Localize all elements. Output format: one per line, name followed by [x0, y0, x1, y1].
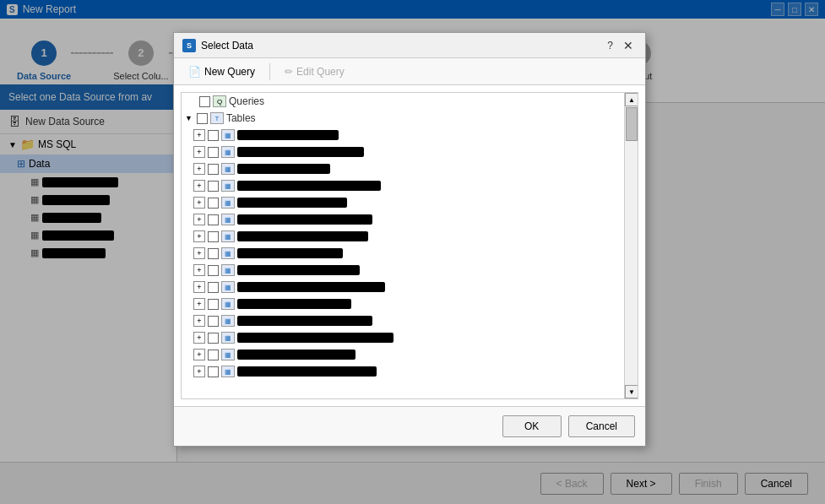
table-checkbox-5[interactable]: [208, 198, 219, 209]
table-expand-3[interactable]: +: [193, 163, 205, 175]
modal-ok-button[interactable]: OK: [502, 415, 562, 437]
select-data-dialog: S Select Data ? ✕ 📄 New Query ✏ Edit Que…: [173, 32, 646, 447]
table-icon-3: ▦: [221, 163, 235, 175]
modal-title-text: Select Data: [201, 40, 253, 51]
table-icon-1: ▦: [221, 129, 235, 141]
table-checkbox-10[interactable]: [208, 282, 219, 293]
table-checkbox-14[interactable]: [208, 350, 219, 360]
table-expand-7[interactable]: +: [193, 230, 205, 242]
table-icon-4: ▦: [221, 180, 235, 192]
table-redacted-1: [237, 130, 339, 140]
table-expand-14[interactable]: +: [193, 349, 205, 360]
table-redacted-9: [237, 265, 360, 275]
tables-row[interactable]: ▼ T Tables: [182, 110, 624, 127]
table-checkbox-1[interactable]: [208, 130, 219, 141]
table-expand-15[interactable]: +: [193, 366, 205, 377]
table-checkbox-2[interactable]: [208, 147, 219, 158]
table-row-11[interactable]: + ▦: [190, 295, 624, 312]
new-query-label: New Query: [204, 66, 255, 78]
table-redacted-11: [237, 299, 351, 309]
modal-footer: OK Cancel: [174, 406, 645, 446]
modal-toolbar: 📄 New Query ✏ Edit Query: [174, 58, 645, 85]
table-icon-6: ▦: [221, 214, 235, 225]
table-redacted-5: [237, 198, 347, 208]
table-redacted-6: [237, 214, 372, 225]
scrollbar-thumb[interactable]: [626, 107, 638, 141]
table-icon-7: ▦: [221, 230, 235, 242]
modal-title-left: S Select Data: [182, 39, 253, 52]
scrollbar-track: ▲ ▼: [624, 93, 638, 398]
table-expand-10[interactable]: +: [193, 281, 205, 293]
tables-label: Tables: [226, 112, 256, 124]
table-row-5[interactable]: + ▦: [190, 194, 624, 211]
table-expand-5[interactable]: +: [193, 197, 205, 209]
table-row-4[interactable]: + ▦: [190, 177, 624, 194]
edit-query-label: Edit Query: [296, 66, 345, 78]
table-expand-13[interactable]: +: [193, 332, 205, 344]
table-checkbox-11[interactable]: [208, 299, 219, 310]
table-row-6[interactable]: + ▦: [190, 211, 624, 228]
table-icon-8: ▦: [221, 247, 235, 259]
table-redacted-2: [237, 147, 364, 157]
table-redacted-15: [237, 366, 377, 377]
table-row-12[interactable]: + ▦: [190, 312, 624, 329]
table-expand-6[interactable]: +: [193, 214, 205, 225]
table-row-3[interactable]: + ▦: [190, 160, 624, 177]
table-checkbox-15[interactable]: [208, 366, 219, 377]
table-icon-10: ▦: [221, 281, 235, 293]
table-icon-9: ▦: [221, 264, 235, 276]
table-redacted-10: [237, 282, 385, 292]
table-expand-8[interactable]: +: [193, 247, 205, 259]
table-row-7[interactable]: + ▦: [190, 228, 624, 245]
table-expand-4[interactable]: +: [193, 180, 205, 192]
modal-controls: ? ✕: [607, 37, 637, 54]
queries-checkbox[interactable]: [199, 96, 210, 107]
tables-expand-btn[interactable]: ▼: [185, 114, 193, 122]
table-expand-12[interactable]: +: [193, 315, 205, 327]
modal-close-button[interactable]: ✕: [620, 37, 637, 54]
edit-query-button[interactable]: ✏ Edit Query: [277, 62, 352, 81]
scrollbar-up-button[interactable]: ▲: [625, 93, 638, 106]
table-redacted-3: [237, 164, 330, 174]
tree-container[interactable]: Q Queries ▼ T Tables + ▦: [181, 92, 638, 399]
table-expand-9[interactable]: +: [193, 264, 205, 276]
table-row-10[interactable]: + ▦: [190, 279, 624, 295]
table-icon-2: ▦: [221, 146, 235, 158]
modal-cancel-button[interactable]: Cancel: [568, 415, 635, 437]
scrollbar-down-button[interactable]: ▼: [625, 385, 638, 398]
table-checkbox-13[interactable]: [208, 333, 219, 344]
table-row-1[interactable]: + ▦: [190, 127, 624, 144]
main-window: S New Report ─ □ ✕ 1 Data Source 2 Selec…: [0, 0, 825, 504]
table-checkbox-9[interactable]: [208, 265, 219, 276]
queries-label: Queries: [229, 95, 264, 107]
table-row-9[interactable]: + ▦: [190, 262, 624, 279]
queries-expand-placeholder: [185, 95, 197, 107]
table-expand-1[interactable]: +: [193, 129, 205, 141]
table-checkbox-12[interactable]: [208, 316, 219, 327]
table-row-8[interactable]: + ▦: [190, 245, 624, 262]
table-checkbox-6[interactable]: [208, 214, 219, 225]
table-row-14[interactable]: + ▦: [190, 346, 624, 363]
table-checkbox-8[interactable]: [208, 248, 219, 259]
new-query-button[interactable]: 📄 New Query: [181, 62, 263, 81]
table-checkbox-4[interactable]: [208, 181, 219, 192]
modal-titlebar: S Select Data ? ✕: [174, 33, 645, 58]
table-icon-5: ▦: [221, 197, 235, 209]
table-icon-12: ▦: [221, 315, 235, 327]
table-redacted-4: [237, 181, 381, 191]
tables-checkbox[interactable]: [197, 113, 208, 124]
table-row-15[interactable]: + ▦: [190, 363, 624, 380]
table-redacted-14: [237, 350, 356, 360]
table-checkbox-3[interactable]: [208, 164, 219, 175]
table-expand-2[interactable]: +: [193, 146, 205, 158]
table-row-13[interactable]: + ▦: [190, 329, 624, 346]
queries-row[interactable]: Q Queries: [182, 93, 624, 110]
modal-help-button[interactable]: ?: [607, 40, 613, 51]
table-checkbox-7[interactable]: [208, 231, 219, 242]
table-redacted-7: [237, 231, 368, 241]
table-expand-11[interactable]: +: [193, 298, 205, 310]
table-icon-13: ▦: [221, 332, 235, 344]
table-row-2[interactable]: + ▦: [190, 144, 624, 160]
modal-content: Q Queries ▼ T Tables + ▦: [174, 85, 645, 406]
modal-title-icon: S: [182, 39, 196, 52]
